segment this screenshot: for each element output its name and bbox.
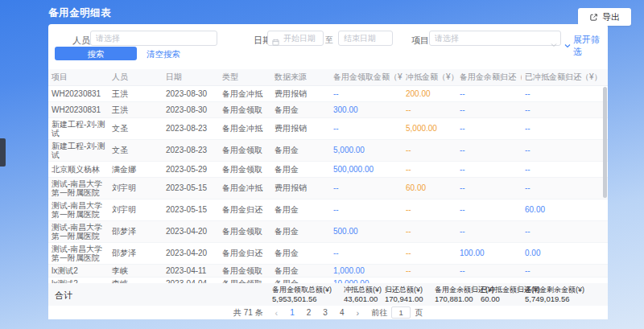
table-row: lx测试2李峡2023-04-11备用金领取备用金1,000.00------ [48,264,608,277]
goto-page-prefix: 前往 [371,307,387,319]
cell-person: 刘宇明 [109,199,163,220]
cell-source: 备用金 [271,101,330,117]
cell-received-amount: -- [330,242,402,264]
cell-person: 王洪 [109,85,163,101]
select-chevron-down-icon [551,36,557,51]
cell-balance-return: -- [456,277,522,283]
table-row: 测试-南昌大学第一附属医院刘宇明2023-05-15备用金冲抵费用报销--60.… [48,177,608,199]
page-number-4[interactable]: 4 [340,308,345,317]
cell-balance-return: -- [456,177,522,199]
cell-source: 费用报销 [271,85,330,101]
table-row: WH20230831王洪2023-08-30备用金冲抵费用报销--200.00-… [48,85,608,101]
cell-source: 费用报销 [271,117,330,139]
cell-person: 邵梦泽 [109,242,163,264]
cell-offset-return: -- [522,85,608,101]
cell-received-amount: 500.00 [330,220,402,242]
pagination-total-text: 共 71 条 [233,307,263,319]
cell-received-amount: 10,000.00 [330,277,402,283]
pagination-bar: 共 71 条 ‹ 1234 › 前往 页 [48,306,608,319]
cell-date: 2023-04-04 [163,277,219,283]
expand-filters-link[interactable]: 展开筛选 [564,34,608,58]
cell-offset-return: -- [522,139,608,161]
export-button[interactable]: 导出 [578,8,631,26]
cell-person: 李峡 [109,264,163,277]
summary-item-label: 冲抵总额(¥) [344,285,382,294]
person-select-input[interactable] [90,31,217,46]
cell-type: 备用金归还 [219,199,271,220]
goto-page-input[interactable] [391,306,411,319]
project-select-input[interactable] [429,31,561,46]
cell-balance-return: -- [456,101,522,117]
cell-offset-return: -- [522,264,608,277]
table-body: WH20230831王洪2023-08-30备用金冲抵费用报销--200.00-… [48,85,608,283]
cell-project: lx测试2 [48,277,109,283]
cell-person: 文圣 [109,117,163,139]
cell-received-amount: 500,000.00 [330,161,402,177]
calendar-icon [272,35,279,49]
cell-source: 备用金 [271,220,330,242]
page-title: 备用金明细表 [48,6,111,20]
next-page-icon[interactable]: › [356,309,359,317]
prev-page-icon[interactable]: ‹ [275,309,279,317]
data-table: 项目人员日期类型数据来源备用金领取金额（¥）冲抵金额（¥）备用金余额归还（¥）已… [48,69,608,283]
column-header: 人员 [109,69,163,85]
cell-offset-amount: -- [402,277,456,283]
cell-received-amount: 5,000.00 [330,139,402,161]
cell-offset-return: -- [522,161,608,177]
chevron-down-icon [564,43,571,48]
project-filter-label: 项目 [411,35,429,47]
cell-offset-amount: 60.00 [402,177,456,199]
summary-item: 备用金领取总额(¥)5,953,501.56 [272,285,332,304]
clear-search-link[interactable]: 清空搜索 [147,49,180,60]
cell-person: 李峡 [109,277,163,283]
cell-offset-return: -- [522,101,608,117]
cell-type: 备用金领取 [219,277,271,283]
column-header: 已冲抵金额归还（¥） [522,69,608,85]
summary-item: 归还总额(¥)170,941.00 [385,285,423,304]
cell-balance-return: -- [456,220,522,242]
cell-received-amount: -- [330,177,402,199]
cell-source: 备用金 [271,199,330,220]
table-row: 北京顺义杨林满金娜2023-05-29备用金领取备用金500,000.00---… [48,161,608,177]
cell-offset-amount: -- [402,139,456,161]
column-header: 冲抵金额（¥） [402,69,456,85]
cell-date: 2023-05-15 [163,177,219,199]
cell-received-amount: -- [330,199,402,220]
page-number-1[interactable]: 1 [290,308,295,317]
page-number-2[interactable]: 2 [307,308,312,317]
cell-date: 2023-05-29 [163,161,219,177]
summary-item-label: 备用金剩余金额(¥) [525,285,584,294]
summary-row: 合计 备用金领取总额(¥)5,953,501.56冲抵总额(¥)43,601.0… [48,283,608,306]
cell-date: 2023-04-11 [163,264,219,277]
vertical-scrollbar[interactable] [603,87,607,198]
cell-project: 北京顺义杨林 [48,161,109,177]
cell-type: 备用金冲抵 [219,177,271,199]
cell-date: 2023-08-23 [163,117,219,139]
cell-offset-return: -- [522,220,608,242]
table-row: 测试-南昌大学第一附属医院邵梦泽2023-04-20备用金领取备用金500.00… [48,220,608,242]
cell-offset-amount: -- [402,101,456,117]
cell-balance-return: -- [456,264,522,277]
date-range-separator: 至 [325,35,333,46]
export-icon [589,13,598,22]
cell-source: 备用金 [271,277,330,283]
cell-person: 满金娜 [109,161,163,177]
cell-received-amount: -- [330,85,402,101]
summary-item-value: 170,941.00 [385,294,423,304]
cell-offset-amount: -- [402,199,456,220]
cell-person: 文圣 [109,139,163,161]
cell-source: 费用报销 [271,177,330,199]
drawer-handle[interactable] [0,138,6,167]
column-header: 备用金余额归还（¥） [456,69,522,85]
goto-page-suffix: 页 [415,307,423,319]
summary-item-value: 43,601.00 [344,294,382,304]
page-number-3[interactable]: 3 [323,308,328,317]
cell-project: WH20230831 [48,85,109,101]
cell-person: 王洪 [109,101,163,117]
cell-balance-return: -- [456,85,522,101]
cell-project: 测试-南昌大学第一附属医院 [48,220,109,242]
search-button[interactable]: 搜索 [55,47,137,60]
cell-type: 备用金领取 [219,220,271,242]
table-header-row: 项目人员日期类型数据来源备用金领取金额（¥）冲抵金额（¥）备用金余额归还（¥）已… [48,69,608,85]
date-end-input[interactable] [338,31,393,46]
